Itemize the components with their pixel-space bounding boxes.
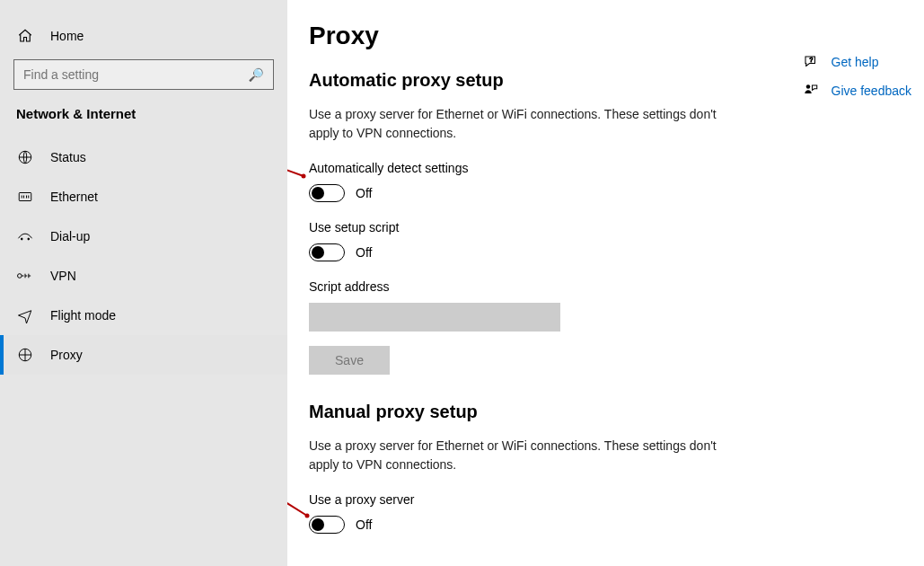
status-icon — [16, 149, 34, 165]
use-proxy-state: Off — [356, 517, 372, 532]
auto-detect-state: Off — [356, 186, 372, 200]
svg-point-2 — [21, 238, 22, 240]
sidebar-item-label: Status — [50, 150, 86, 164]
settings-group-title: Network & Internet — [0, 106, 287, 121]
give-feedback-text: Give feedback — [832, 84, 912, 98]
feedback-icon — [803, 83, 819, 99]
dialup-icon — [16, 230, 34, 243]
svg-line-8 — [287, 162, 304, 176]
sidebar-item-status[interactable]: Status — [0, 137, 287, 177]
sidebar-item-vpn[interactable]: VPN — [0, 256, 287, 296]
sidebar-item-label: Flight mode — [50, 308, 116, 323]
search-box[interactable]: 🔍 — [13, 59, 274, 90]
setup-script-toggle-row: Off — [309, 243, 902, 261]
setup-script-toggle[interactable] — [309, 243, 345, 261]
sidebar-item-dialup[interactable]: Dial-up — [0, 217, 287, 256]
svg-text:?: ? — [809, 57, 813, 63]
page-title: Proxy — [309, 22, 902, 50]
airplane-icon — [16, 307, 34, 323]
search-icon: 🔍 — [249, 67, 264, 82]
sidebar-item-label: Ethernet — [50, 190, 98, 204]
auto-detect-toggle[interactable] — [309, 184, 345, 202]
auto-proxy-desc: Use a proxy server for Ethernet or WiFi … — [309, 105, 722, 143]
svg-point-4 — [18, 274, 22, 279]
svg-point-9 — [302, 174, 306, 179]
main-content: Proxy Automatic proxy setup Use a proxy … — [287, 0, 924, 566]
setup-script-state: Off — [356, 245, 372, 260]
home-icon — [16, 28, 34, 44]
manual-proxy-desc: Use a proxy server for Ethernet or WiFi … — [309, 437, 722, 474]
help-icon: ? — [803, 54, 819, 70]
get-help-link[interactable]: ? Get help — [803, 54, 912, 70]
script-address-label: Script address — [309, 279, 902, 294]
script-address-input[interactable] — [309, 303, 560, 332]
annotation-line-1 — [287, 155, 311, 181]
sidebar-item-proxy[interactable]: Proxy — [0, 335, 287, 375]
use-proxy-toggle-row: Off — [309, 516, 902, 534]
home-label: Home — [50, 29, 84, 43]
auto-detect-toggle-row: Off — [309, 184, 902, 202]
svg-line-10 — [287, 498, 307, 516]
manual-proxy-heading: Manual proxy setup — [309, 402, 902, 422]
save-button[interactable]: Save — [309, 346, 390, 375]
setup-script-label: Use setup script — [309, 220, 902, 234]
toggle-knob — [312, 246, 324, 259]
use-proxy-toggle[interactable] — [309, 516, 345, 534]
use-proxy-label: Use a proxy server — [309, 492, 902, 507]
vpn-icon — [16, 270, 34, 282]
auto-detect-label: Automatically detect settings — [309, 161, 902, 175]
sidebar-item-label: Dial-up — [50, 229, 90, 243]
ethernet-icon — [16, 189, 34, 205]
svg-point-3 — [28, 238, 30, 240]
help-links: ? Get help Give feedback — [803, 54, 912, 99]
toggle-knob — [312, 187, 324, 199]
search-input[interactable] — [23, 67, 249, 82]
give-feedback-link[interactable]: Give feedback — [803, 83, 912, 99]
get-help-text: Get help — [832, 55, 879, 69]
sidebar: Home 🔍 Network & Internet Status Etherne… — [0, 0, 287, 566]
toggle-knob — [312, 518, 324, 531]
search-wrap: 🔍 — [0, 59, 287, 90]
home-nav[interactable]: Home — [0, 16, 287, 56]
sidebar-item-ethernet[interactable]: Ethernet — [0, 177, 287, 217]
sidebar-item-label: VPN — [50, 269, 76, 283]
sidebar-item-label: Proxy — [50, 348, 83, 362]
svg-rect-1 — [19, 193, 31, 201]
svg-point-7 — [805, 84, 810, 89]
proxy-icon — [16, 347, 34, 363]
sidebar-item-flightmode[interactable]: Flight mode — [0, 296, 287, 335]
